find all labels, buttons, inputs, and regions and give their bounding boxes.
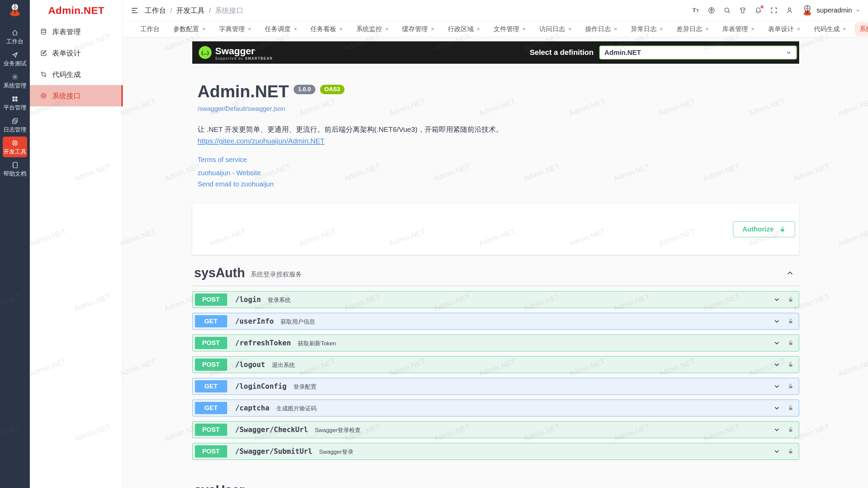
expand-operation-icon[interactable]: [773, 339, 781, 347]
operation-path: /Swagger/SubmitUrl: [235, 447, 313, 455]
breadcrumb-item-1[interactable]: 开发工具: [176, 6, 205, 15]
auth-lock-icon[interactable]: [787, 361, 794, 368]
close-tab-icon[interactable]: ×: [568, 26, 572, 32]
tab-15[interactable]: 代码生成×: [809, 22, 851, 36]
rail-item-2[interactable]: 系统管理: [3, 70, 27, 91]
close-tab-icon[interactable]: ×: [751, 26, 754, 32]
app-logo[interactable]: [0, 0, 30, 21]
send-icon: [11, 51, 19, 59]
notification-dot: [761, 5, 764, 8]
expand-operation-icon[interactable]: [773, 318, 781, 325]
search-icon[interactable]: [723, 6, 731, 14]
rail-item-3[interactable]: 平台管理: [3, 93, 27, 113]
tab-7[interactable]: 行政区域×: [443, 22, 485, 36]
tab-16[interactable]: 系统接口×: [854, 22, 868, 36]
expand-operation-icon[interactable]: [773, 426, 781, 433]
close-tab-icon[interactable]: ×: [294, 26, 297, 32]
operation-GET-/loginConfig[interactable]: GET/loginConfig登录配置: [192, 378, 799, 395]
profile-icon[interactable]: [786, 6, 793, 14]
submenu-item-0[interactable]: 库表管理: [30, 21, 123, 42]
collapse-section-icon[interactable]: [786, 269, 794, 278]
tab-6[interactable]: 缓存管理×: [397, 22, 439, 36]
tab-0[interactable]: 工作台: [135, 22, 165, 36]
close-tab-icon[interactable]: ×: [705, 26, 709, 32]
close-tab-icon[interactable]: ×: [659, 26, 663, 32]
rail-item-4[interactable]: 日志管理: [3, 115, 27, 135]
close-tab-icon[interactable]: ×: [339, 26, 343, 32]
fullscreen-icon[interactable]: [770, 6, 778, 14]
expand-operation-icon[interactable]: [773, 383, 781, 390]
email-link[interactable]: Send email to zuohuaijun: [198, 180, 794, 188]
language-icon[interactable]: [708, 6, 715, 14]
expand-operation-icon[interactable]: [773, 296, 781, 303]
tab-2[interactable]: 字典管理×: [214, 22, 256, 36]
terms-link[interactable]: Terms of service: [198, 156, 794, 164]
user-avatar: [801, 4, 813, 17]
chevron-down-icon: [786, 49, 792, 56]
spec-url-link[interactable]: /swagger/Default/swagger.json: [198, 105, 285, 113]
close-tab-icon[interactable]: ×: [385, 26, 389, 32]
tab-4[interactable]: 任务看板×: [305, 22, 348, 36]
collapse-section-icon[interactable]: [786, 486, 794, 488]
oas-badge: OAS3: [320, 85, 344, 94]
tab-8[interactable]: 文件管理×: [489, 22, 531, 36]
unlock-icon: [779, 226, 786, 233]
auth-lock-icon[interactable]: [787, 383, 794, 390]
auth-lock-icon[interactable]: [787, 318, 794, 325]
operation-GET-/captcha[interactable]: GET/captcha生成图片验证码: [192, 400, 799, 416]
expand-operation-icon[interactable]: [773, 448, 781, 455]
operation-POST-/Swagger/SubmitUrl[interactable]: POST/Swagger/SubmitUrlSwagger登录: [192, 443, 799, 460]
tab-10[interactable]: 操作日志×: [580, 22, 622, 36]
rail-item-6[interactable]: 帮助文档: [3, 159, 27, 179]
tab-1[interactable]: 参数配置×: [168, 22, 211, 36]
tab-5[interactable]: 系统监控×: [351, 22, 394, 36]
operation-POST-/login[interactable]: POST/login登录系统: [192, 291, 799, 308]
tab-13[interactable]: 库表管理×: [717, 22, 760, 36]
close-tab-icon[interactable]: ×: [614, 26, 617, 32]
tab-9[interactable]: 访问日志×: [534, 22, 577, 36]
auth-lock-icon[interactable]: [787, 426, 794, 433]
font-size-icon[interactable]: TT: [692, 6, 700, 14]
collapse-menu-icon[interactable]: [131, 6, 139, 15]
rail-item-5[interactable]: 开发工具: [3, 137, 27, 157]
expand-operation-icon[interactable]: [773, 404, 781, 412]
rail-item-0[interactable]: 工作台: [3, 26, 27, 47]
submenu-item-1[interactable]: 表单设计: [30, 42, 123, 64]
operation-POST-/Swagger/CheckUrl[interactable]: POST/Swagger/CheckUrlSwagger登录检查: [192, 421, 799, 438]
close-tab-icon[interactable]: ×: [843, 26, 846, 32]
api-title: Admin.NET: [198, 82, 289, 101]
definition-select[interactable]: Admin.NET: [599, 45, 797, 60]
close-tab-icon[interactable]: ×: [248, 26, 251, 32]
rail-item-1[interactable]: 业务测试: [3, 48, 27, 69]
expand-operation-icon[interactable]: [773, 361, 781, 368]
operation-GET-/userInfo[interactable]: GET/userInfo获取用户信息: [192, 313, 799, 330]
auth-lock-icon[interactable]: [787, 296, 794, 303]
operation-POST-/logout[interactable]: POST/logout退出系统: [192, 356, 799, 373]
close-tab-icon[interactable]: ×: [431, 26, 434, 32]
authorize-button[interactable]: Authorize: [733, 221, 795, 237]
auth-lock-icon[interactable]: [787, 448, 794, 455]
tab-12[interactable]: 差异日志×: [671, 22, 714, 36]
close-tab-icon[interactable]: ×: [477, 26, 480, 32]
theme-icon[interactable]: [739, 6, 747, 14]
close-tab-icon[interactable]: ×: [522, 26, 526, 32]
tab-14[interactable]: 表单设计×: [763, 22, 805, 36]
auth-lock-icon[interactable]: [787, 340, 794, 346]
user-menu[interactable]: superadmin: [801, 4, 861, 17]
auth-lock-icon[interactable]: [787, 405, 794, 411]
close-tab-icon[interactable]: ×: [797, 26, 800, 32]
breadcrumb-item-2: 系统接口: [215, 6, 243, 15]
section-header[interactable]: sysUser系统用户服务: [192, 483, 799, 488]
tab-3[interactable]: 任务调度×: [260, 22, 302, 36]
submenu-item-2[interactable]: 代码生成: [30, 64, 123, 85]
tab-11[interactable]: 异常日志×: [626, 22, 668, 36]
swagger-ui: {…} Swagger. Supported by SMARTBEAR Sele…: [192, 41, 799, 488]
notification-icon[interactable]: [754, 6, 762, 14]
submenu-item-3[interactable]: 系统接口: [30, 85, 123, 106]
operation-POST-/refreshToken[interactable]: POST/refreshToken获取刷新Token: [192, 334, 799, 351]
section-header[interactable]: sysAuth系统登录授权服务: [192, 266, 799, 286]
gitee-link[interactable]: https://gitee.com/zuohuaijun/Admin.NET: [198, 137, 325, 145]
breadcrumb-item-0[interactable]: 工作台: [145, 6, 166, 15]
website-link[interactable]: zuohuaijun - Website: [198, 169, 794, 177]
close-tab-icon[interactable]: ×: [202, 26, 205, 32]
